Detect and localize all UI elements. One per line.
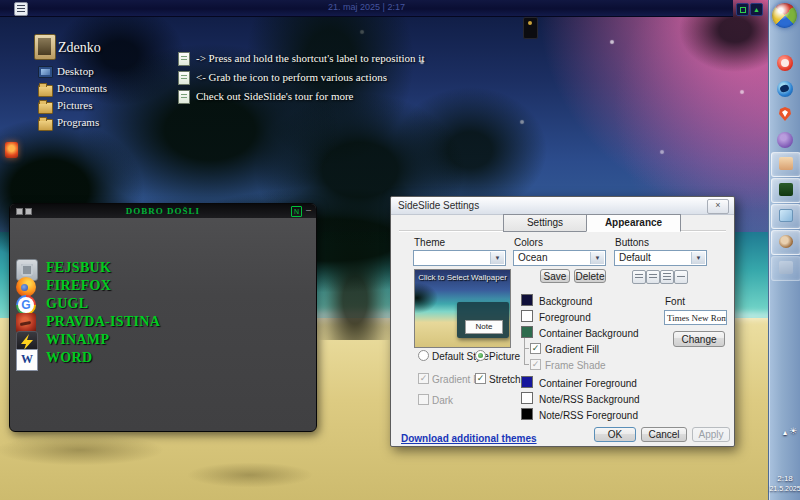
- gradient-fill-color-label[interactable]: Gradient Fill: [545, 344, 599, 355]
- chevron-down-icon[interactable]: ▼: [691, 252, 705, 264]
- taskbar-app-button[interactable]: [771, 256, 800, 281]
- taskbar-app-button[interactable]: [771, 152, 800, 177]
- container-header[interactable]: DOBRO DOŠLI N –: [10, 204, 316, 218]
- desktop-item-desktop[interactable]: Desktop: [57, 65, 94, 77]
- container-foreground-swatch[interactable]: [521, 376, 533, 388]
- desktop-shortcut-icon[interactable]: [5, 142, 18, 158]
- cancel-button[interactable]: Cancel: [641, 427, 687, 442]
- container-icon: [740, 7, 746, 13]
- brave-icon[interactable]: [777, 106, 793, 122]
- desktop-folder-icon[interactable]: [38, 66, 53, 78]
- change-font-button[interactable]: Change: [673, 331, 725, 347]
- wallpaper-preview[interactable]: Click to Select Wallpaper Note: [414, 269, 511, 348]
- frame-shade-checkbox[interactable]: ✓: [530, 359, 541, 370]
- chevron-down-icon[interactable]: ▼: [490, 252, 504, 264]
- layout-option-button[interactable]: [646, 270, 660, 284]
- check-icon: ✓: [477, 373, 485, 383]
- background-swatch[interactable]: [521, 294, 533, 306]
- download-themes-link[interactable]: Download additional themes: [401, 433, 537, 444]
- desktop-user-label[interactable]: Zdenko: [58, 40, 101, 56]
- note-rss-background-label[interactable]: Note/RSS Background: [539, 394, 640, 405]
- container-background-label[interactable]: Container Background: [539, 328, 639, 339]
- foreground-label[interactable]: Foreground: [539, 312, 591, 323]
- pravda-istina-icon[interactable]: [16, 313, 36, 333]
- programs-folder-icon[interactable]: [38, 119, 53, 131]
- picture-label[interactable]: Picture: [489, 351, 520, 362]
- word-icon[interactable]: W: [16, 349, 38, 371]
- ok-button[interactable]: OK: [594, 427, 636, 442]
- container-badge-icon[interactable]: N: [291, 206, 302, 217]
- opera-icon[interactable]: [777, 55, 793, 71]
- pictures-folder-icon[interactable]: [38, 102, 53, 114]
- user-folder-icon[interactable]: [34, 34, 56, 60]
- chevron-down-icon[interactable]: ▼: [590, 252, 604, 264]
- menu-icon[interactable]: [14, 2, 28, 16]
- apply-button[interactable]: Apply: [692, 427, 730, 442]
- font-label: Font: [665, 296, 685, 307]
- container-foreground-label[interactable]: Container Foreground: [539, 378, 637, 389]
- eject-option-button[interactable]: [674, 270, 688, 284]
- shortcut-label[interactable]: WINAMP: [46, 332, 109, 348]
- delete-button[interactable]: Delete: [574, 269, 606, 283]
- shortcut-container[interactable]: DOBRO DOŠLI N – FEJSBUK FIREFOX G GUGL P…: [9, 203, 317, 432]
- viber-icon[interactable]: [777, 132, 793, 148]
- shortcut-label[interactable]: FIREFOX: [46, 278, 111, 294]
- buttons-select[interactable]: Default ▼: [614, 250, 707, 266]
- dialog-title-bar[interactable]: SideSlide Settings ×: [391, 197, 734, 215]
- new-container-button[interactable]: [736, 3, 749, 16]
- browser-crescent-icon[interactable]: [777, 81, 793, 97]
- note-rss-foreground-label[interactable]: Note/RSS Foreground: [539, 410, 638, 421]
- note-rss-background-swatch[interactable]: [521, 392, 533, 404]
- dark-label: Dark: [432, 395, 453, 406]
- stretch-checkbox[interactable]: ✓: [475, 373, 486, 384]
- note-icon: [178, 52, 190, 66]
- list-option-button[interactable]: [660, 270, 674, 284]
- tab-settings[interactable]: Settings: [503, 214, 587, 232]
- firefox-icon[interactable]: [16, 277, 36, 297]
- layout-option-button[interactable]: [632, 270, 646, 284]
- shortcut-label[interactable]: WORD: [46, 350, 92, 366]
- foreground-swatch[interactable]: [521, 310, 533, 322]
- tray-clock[interactable]: 2:18: [769, 474, 800, 483]
- theme-select[interactable]: ▼: [413, 250, 506, 266]
- note-rss-foreground-swatch[interactable]: [521, 408, 533, 420]
- collapse-button[interactable]: ▲: [750, 3, 763, 16]
- tab-appearance[interactable]: Appearance: [586, 214, 681, 232]
- taskbar-app-button[interactable]: [771, 178, 800, 203]
- vertical-taskbar[interactable]: ▴ ☀ 2:18 21.5.2025: [768, 0, 800, 500]
- sun-icon[interactable]: ☀: [777, 426, 800, 436]
- colors-select[interactable]: Ocean ▼: [513, 250, 606, 266]
- container-minimize-icon[interactable]: –: [306, 205, 311, 215]
- documents-folder-icon[interactable]: [38, 85, 53, 97]
- google-icon[interactable]: G: [16, 295, 36, 315]
- tree-connector: [524, 338, 525, 365]
- save-button[interactable]: Save: [540, 269, 570, 283]
- background-label[interactable]: Background: [539, 296, 592, 307]
- desktop-item-documents[interactable]: Documents: [57, 82, 107, 94]
- gradient-fill-checkbox[interactable]: ✓: [418, 373, 429, 384]
- desktop-item-programs[interactable]: Programs: [57, 116, 99, 128]
- default-style-radio[interactable]: [418, 350, 429, 361]
- stretch-label[interactable]: Stretch: [489, 374, 521, 385]
- shortcut-label[interactable]: PRAVDA-ISTINA: [46, 314, 160, 330]
- container-preview: Note: [457, 302, 509, 338]
- desktop-item-pictures[interactable]: Pictures: [57, 99, 92, 111]
- taskbar-app-button[interactable]: [771, 204, 800, 229]
- green-app-icon: [779, 183, 793, 196]
- note-icon: [178, 90, 190, 104]
- eject-icon: ▲: [753, 6, 760, 13]
- start-button[interactable]: [772, 3, 797, 28]
- note-preview-label: Note: [465, 320, 503, 334]
- taskbar-app-button[interactable]: [771, 230, 800, 255]
- picture-radio[interactable]: [475, 350, 486, 361]
- close-button[interactable]: ×: [707, 199, 729, 214]
- desktop-shortcut-icon[interactable]: [523, 17, 538, 39]
- dark-checkbox[interactable]: [418, 394, 429, 405]
- shortcut-label[interactable]: FEJSBUK: [46, 260, 111, 276]
- gradient-fill-color-checkbox[interactable]: ✓: [530, 343, 541, 354]
- font-value-field[interactable]: Times New Roman 10: [664, 310, 727, 325]
- shortcut-label[interactable]: GUGL: [46, 296, 88, 312]
- container-background-swatch[interactable]: [521, 326, 533, 338]
- hint-grab-icon: <- Grab the icon to perform various acti…: [196, 71, 387, 83]
- tray-date[interactable]: 21.5.2025: [769, 485, 800, 492]
